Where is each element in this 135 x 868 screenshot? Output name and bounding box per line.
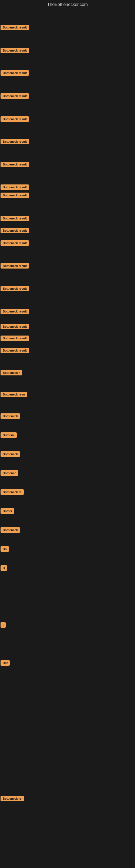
list-item[interactable]: Bottleneck result xyxy=(1,324,29,329)
bottleneck-badge: Bottleneck result xyxy=(1,324,29,329)
bottleneck-badge: Bottleneck result xyxy=(1,193,29,198)
list-item[interactable]: Bottleneck result xyxy=(1,25,29,30)
bottleneck-badge: Bottleneck result xyxy=(1,286,29,291)
bottleneck-badge: | xyxy=(1,622,6,628)
bottleneck-badge: Bottleneck xyxy=(1,452,20,457)
list-item[interactable]: Bottleneck xyxy=(1,527,20,533)
bottleneck-badge: B xyxy=(1,565,7,571)
list-item[interactable]: Bo xyxy=(1,546,9,552)
list-item[interactable]: Bottleneck re xyxy=(1,796,24,801)
bottleneck-badge: Bottleneck result xyxy=(1,216,29,221)
bottleneck-badge: Bottleneck result xyxy=(1,336,29,341)
bottleneck-badge: Bot xyxy=(1,660,10,665)
list-item[interactable]: B xyxy=(1,565,7,571)
bottleneck-badge: Bottleneck result xyxy=(1,348,29,353)
list-item[interactable]: Bottlenec xyxy=(1,470,18,476)
list-item[interactable]: Bottleneck result xyxy=(1,348,29,353)
bottleneck-badge: Bottleneck re xyxy=(1,489,24,495)
bottleneck-badge: Bottleneck xyxy=(1,527,20,533)
list-item[interactable]: Bottleneck result xyxy=(1,309,29,314)
list-item[interactable]: Bottlene xyxy=(1,432,17,438)
bottleneck-badge: Bottleneck result xyxy=(1,25,29,30)
bottleneck-badge: Bottleneck result xyxy=(1,93,29,99)
list-item[interactable]: Bottleneck resu xyxy=(1,392,27,397)
bottleneck-badge: Bottleneck result xyxy=(1,240,29,246)
list-item[interactable]: | xyxy=(1,622,6,628)
list-item[interactable]: Bottleneck result xyxy=(1,116,29,122)
list-item[interactable]: Bottleneck result xyxy=(1,93,29,99)
bottleneck-badge: Bottleneck r xyxy=(1,370,22,375)
bottleneck-badge: Bottleneck re xyxy=(1,796,24,801)
list-item[interactable]: Bottleneck result xyxy=(1,184,29,190)
bottleneck-badge: Bottleneck resu xyxy=(1,392,27,397)
list-item[interactable]: Bottleneck result xyxy=(1,240,29,246)
bottleneck-badge: Bottleneck result xyxy=(1,309,29,314)
list-item[interactable]: Bottler xyxy=(1,508,14,514)
site-title: TheBottlenecker.com xyxy=(0,0,135,9)
bottleneck-badge: Bottlene xyxy=(1,432,17,438)
list-item[interactable]: Bottleneck result xyxy=(1,286,29,291)
list-item[interactable]: Bottleneck re xyxy=(1,489,24,495)
list-item[interactable]: Bottleneck r xyxy=(1,370,22,375)
bottleneck-badge: Bottleneck result xyxy=(1,184,29,190)
bottleneck-badge: Bottleneck result xyxy=(1,48,29,53)
list-item[interactable]: Bottleneck result xyxy=(1,216,29,221)
bottleneck-badge: Bottleneck result xyxy=(1,228,29,233)
bottleneck-badge: Bottleneck result xyxy=(1,162,29,167)
list-item[interactable]: Bottleneck result xyxy=(1,70,29,76)
list-item[interactable]: Bottleneck result xyxy=(1,193,29,198)
list-item[interactable]: Bottleneck result xyxy=(1,139,29,144)
bottleneck-badge: Bottleneck result xyxy=(1,263,29,269)
list-item[interactable]: Bottleneck xyxy=(1,413,20,419)
bottleneck-badge: Bottleneck result xyxy=(1,70,29,76)
bottleneck-badge: Bottler xyxy=(1,508,14,514)
list-item[interactable]: Bot xyxy=(1,660,10,665)
list-item[interactable]: Bottleneck result xyxy=(1,162,29,167)
list-item[interactable]: Bottleneck xyxy=(1,452,20,457)
list-item[interactable]: Bottleneck result xyxy=(1,263,29,269)
bottleneck-badge: Bottleneck result xyxy=(1,116,29,122)
bottleneck-badge: Bottlenec xyxy=(1,470,18,476)
bottleneck-badge: Bo xyxy=(1,546,9,552)
list-item[interactable]: Bottleneck result xyxy=(1,228,29,233)
list-item[interactable]: Bottleneck result xyxy=(1,48,29,53)
bottleneck-badge: Bottleneck result xyxy=(1,139,29,144)
bottleneck-badge: Bottleneck xyxy=(1,413,20,419)
list-item[interactable]: Bottleneck result xyxy=(1,336,29,341)
